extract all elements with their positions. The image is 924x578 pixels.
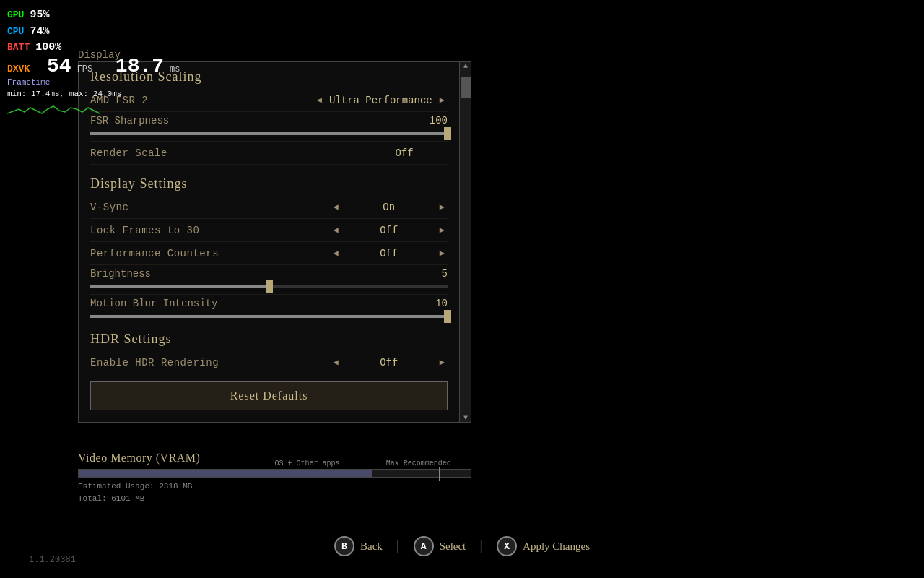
lock-frames-row: Lock Frames to 30 ◀ Off ▶	[90, 219, 448, 242]
scrollbar-arrow-down[interactable]: ▼	[461, 414, 471, 422]
brightness-top: Brightness 5	[90, 268, 448, 280]
vsync-right-arrow[interactable]: ▶	[437, 202, 448, 212]
apply-circle: X	[497, 536, 517, 556]
motion-blur-value: 10	[435, 298, 448, 309]
hdr-settings-header: HDR Settings	[90, 324, 448, 351]
enable-hdr-right-arrow[interactable]: ▶	[437, 357, 448, 368]
motion-blur-top: Motion Blur Intensity 10	[90, 298, 448, 309]
select-button[interactable]: A Select	[414, 536, 466, 556]
hud-minmax: min: 17.4ms, max: 24.0ms	[7, 88, 121, 100]
motion-blur-label: Motion Blur Intensity	[90, 298, 217, 309]
lock-frames-right-arrow[interactable]: ▶	[437, 225, 448, 236]
brightness-fill	[90, 285, 269, 288]
brightness-track[interactable]	[90, 285, 448, 288]
apply-changes-button[interactable]: X Apply Changes	[497, 536, 590, 556]
motion-blur-thumb[interactable]	[444, 310, 451, 323]
lock-frames-left-arrow[interactable]: ◀	[331, 225, 341, 236]
vsync-value-area: ◀ On ▶	[331, 202, 448, 213]
vram-bar-fill	[79, 470, 372, 477]
render-scale-value: Off	[361, 147, 448, 159]
back-button[interactable]: B Back	[334, 536, 383, 556]
amd-fsr-value-area: ◀ Ultra Performance ▶	[314, 95, 448, 106]
render-scale-label: Render Scale	[90, 147, 361, 159]
brightness-thumb[interactable]	[266, 280, 273, 293]
hud-overlay: GPU 95% CPU 74% BATT 100% DXVK 54 FPS 18…	[7, 7, 180, 118]
select-circle: A	[414, 536, 434, 556]
render-scale-row: Render Scale Off	[90, 142, 448, 165]
vram-section: Video Memory (VRAM) OS + Other apps Max …	[78, 452, 471, 506]
amd-fsr-value: Ultra Performance	[329, 95, 432, 106]
vsync-value: On	[346, 202, 432, 213]
scrollbar-arrow-up[interactable]: ▲	[461, 62, 471, 70]
version-text: 1.1.20381	[29, 555, 76, 565]
perf-counters-value-area: ◀ Off ▶	[331, 248, 448, 259]
perf-counters-value: Off	[346, 248, 432, 259]
vram-info: Estimated Usage: 2318 MB Total: 6101 MB	[78, 480, 471, 506]
vram-total: Total: 6101 MB	[78, 493, 471, 506]
amd-fsr-left-arrow[interactable]: ◀	[314, 95, 325, 105]
hud-gpu-value: 95%	[30, 7, 49, 24]
motion-blur-track[interactable]	[90, 315, 448, 318]
enable-hdr-left-arrow[interactable]: ◀	[331, 357, 341, 368]
fsr-sharpness-track[interactable]	[90, 132, 448, 135]
lock-frames-value: Off	[346, 225, 432, 236]
vsync-row: V-Sync ◀ On ▶	[90, 196, 448, 219]
frametime-graph	[7, 100, 101, 118]
fsr-sharpness-value: 100	[430, 115, 448, 126]
amd-fsr-right-arrow[interactable]: ▶	[437, 95, 448, 105]
bottom-nav: B Back | A Select | X Apply Changes	[0, 536, 924, 556]
vram-bar-container: OS + Other apps Max Recommended	[78, 469, 471, 478]
motion-blur-fill	[90, 315, 448, 318]
vram-bar-label: OS + Other apps	[275, 460, 340, 467]
hud-frametime-label: Frametime	[7, 77, 50, 89]
nav-sep-1: |	[394, 539, 402, 553]
hud-batt-label: BATT	[7, 40, 30, 55]
fsr-sharpness-thumb[interactable]	[444, 127, 451, 140]
hud-ms-unit: ms	[170, 63, 180, 76]
back-label: Back	[360, 540, 383, 553]
vsync-label: V-Sync	[90, 202, 331, 213]
hud-fps-unit: FPS	[77, 63, 93, 76]
vram-max-marker	[439, 467, 440, 481]
hud-ms-value: 18.7	[116, 56, 164, 77]
scrollbar-thumb[interactable]	[461, 77, 471, 98]
back-circle: B	[334, 536, 354, 556]
brightness-label: Brightness	[90, 268, 151, 280]
scrollbar-track: ▲ ▼	[459, 62, 471, 422]
vram-max-label: Max Recommended	[386, 460, 451, 467]
enable-hdr-value-area: ◀ Off ▶	[331, 357, 448, 368]
vsync-left-arrow[interactable]: ◀	[331, 202, 341, 212]
vram-estimated: Estimated Usage: 2318 MB	[78, 480, 471, 493]
fsr-sharpness-fill	[90, 132, 448, 135]
hud-gpu-label: GPU	[7, 8, 24, 22]
apply-label: Apply Changes	[523, 540, 590, 553]
motion-blur-row: Motion Blur Intensity 10	[90, 295, 448, 324]
reset-defaults-button[interactable]: Reset Defaults	[90, 381, 448, 410]
hud-batt-value: 100%	[35, 40, 61, 56]
perf-counters-row: Performance Counters ◀ Off ▶	[90, 242, 448, 265]
enable-hdr-row: Enable HDR Rendering ◀ Off ▶	[90, 351, 448, 374]
hud-dxvk-label: DXVK	[7, 62, 30, 77]
lock-frames-value-area: ◀ Off ▶	[331, 225, 448, 236]
hud-cpu-label: CPU	[7, 25, 24, 39]
enable-hdr-label: Enable HDR Rendering	[90, 357, 331, 368]
perf-counters-label: Performance Counters	[90, 248, 331, 259]
hud-cpu-value: 74%	[30, 24, 49, 40]
perf-counters-left-arrow[interactable]: ◀	[331, 248, 341, 259]
render-scale-value-area: Off	[361, 147, 448, 159]
lock-frames-label: Lock Frames to 30	[90, 225, 331, 236]
nav-sep-2: |	[477, 539, 485, 553]
brightness-row: Brightness 5	[90, 265, 448, 295]
select-label: Select	[440, 540, 466, 553]
hud-fps-value: 54	[47, 56, 71, 77]
perf-counters-right-arrow[interactable]: ▶	[437, 248, 448, 259]
brightness-value: 5	[442, 268, 448, 280]
enable-hdr-value: Off	[346, 357, 432, 368]
display-settings-header: Display Settings	[90, 169, 448, 196]
